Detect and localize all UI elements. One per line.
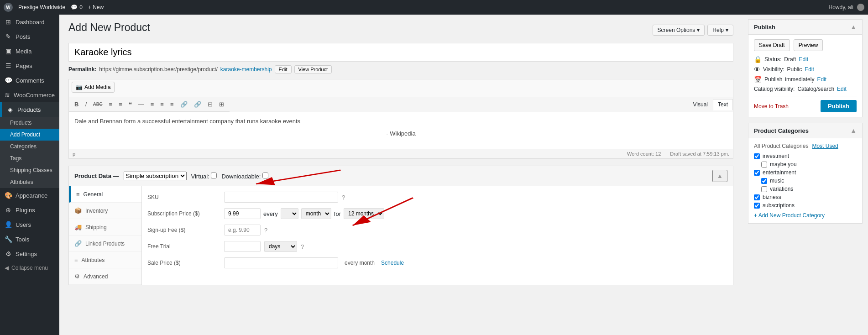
virtual-checkbox[interactable] bbox=[211, 173, 217, 178]
product-tab-advanced[interactable]: ⚙ Advanced bbox=[69, 268, 141, 285]
move-to-trash-link[interactable]: Move to Trash bbox=[754, 103, 789, 110]
save-draft-button[interactable]: Save Draft bbox=[754, 39, 790, 51]
cat-item-investment: investment bbox=[754, 153, 857, 159]
toolbar-ul[interactable]: ≡ bbox=[106, 99, 115, 110]
toolbar-hr[interactable]: — bbox=[136, 99, 147, 110]
tab-text[interactable]: Text bbox=[713, 99, 733, 110]
sidebar-item-settings[interactable]: ⚙ Settings bbox=[0, 246, 59, 261]
toolbar-link[interactable]: 🔗 bbox=[178, 99, 190, 110]
sku-input[interactable] bbox=[224, 192, 338, 203]
new-button[interactable]: + New bbox=[88, 4, 104, 10]
publish-box-header[interactable]: Publish ▲ bbox=[748, 20, 862, 35]
permalink-slug[interactable]: karaoke-membership bbox=[220, 66, 272, 73]
toolbar-bold[interactable]: B bbox=[72, 99, 81, 110]
categories-box-header[interactable]: Product Categories ▲ bbox=[748, 123, 862, 138]
cat-checkbox-music[interactable] bbox=[761, 178, 767, 184]
cat-item-bizness: bizness bbox=[754, 194, 857, 200]
cat-tab-most-used[interactable]: Most Used bbox=[812, 143, 838, 149]
users-icon: 👤 bbox=[5, 221, 12, 228]
add-new-category-link[interactable]: + Add New Product Category bbox=[754, 212, 857, 219]
catalog-edit-link[interactable]: Edit bbox=[837, 86, 847, 92]
toolbar-align-center[interactable]: ≡ bbox=[157, 99, 167, 110]
free-trial-input[interactable] bbox=[224, 241, 261, 252]
sidebar-item-add-product[interactable]: Add Product bbox=[0, 129, 59, 141]
signup-fee-help-icon[interactable]: ? bbox=[264, 227, 267, 234]
permalink-edit-button[interactable]: Edit bbox=[275, 65, 292, 73]
sale-price-schedule-link[interactable]: Schedule bbox=[381, 260, 404, 266]
status-edit-link[interactable]: Edit bbox=[799, 56, 808, 63]
product-tab-inventory[interactable]: 📦 Inventory bbox=[69, 203, 141, 219]
sidebar-item-tools[interactable]: 🔧 Tools bbox=[0, 232, 59, 246]
sidebar-item-plugins[interactable]: ⊕ Plugins bbox=[0, 203, 59, 217]
publish-box: Publish ▲ Save Draft Preview 🔒 Status: D… bbox=[748, 19, 863, 117]
wp-logo[interactable]: W bbox=[4, 3, 13, 12]
cat-tab-all[interactable]: All Product Categories bbox=[754, 143, 808, 149]
visibility-edit-link[interactable]: Edit bbox=[805, 66, 814, 73]
cat-checkbox-bizness[interactable] bbox=[754, 194, 760, 200]
sidebar-item-categories[interactable]: Categories bbox=[0, 141, 59, 152]
toolbar-table[interactable]: ⊞ bbox=[216, 99, 227, 110]
cat-checkbox-subscriptions[interactable] bbox=[754, 203, 760, 209]
sidebar-item-pages[interactable]: ☰ Pages bbox=[0, 58, 59, 73]
cat-checkbox-investment[interactable] bbox=[754, 153, 760, 159]
sidebar-item-comments[interactable]: 💬 Comments bbox=[0, 73, 59, 88]
editor-attribution: - Wikipedia bbox=[74, 130, 727, 137]
toolbar-italic[interactable]: I bbox=[82, 99, 89, 110]
sidebar-item-dashboard[interactable]: ⊞ Dashboard bbox=[0, 15, 59, 29]
subscription-period-select[interactable]: day week month year bbox=[301, 208, 331, 219]
toolbar-abc[interactable]: ABC bbox=[90, 100, 105, 109]
publish-edit-link[interactable]: Edit bbox=[817, 76, 826, 83]
toolbar-insert[interactable]: ⊟ bbox=[205, 99, 215, 110]
screen-options-button[interactable]: Screen Options ▾ bbox=[653, 25, 705, 36]
product-tab-attributes[interactable]: ≡ Attributes bbox=[69, 252, 141, 268]
sidebar-item-shipping-classes[interactable]: Shipping Classes bbox=[0, 164, 59, 176]
free-trial-help-icon[interactable]: ? bbox=[301, 243, 304, 250]
sku-help-icon[interactable]: ? bbox=[342, 194, 345, 201]
subscription-period-num-select[interactable]: 1 2 3 bbox=[281, 208, 298, 219]
sidebar-item-posts[interactable]: ✎ Posts bbox=[0, 29, 59, 44]
sidebar-item-products-list[interactable]: Products bbox=[0, 117, 59, 129]
collapse-menu-button[interactable]: ◀ Collapse menu bbox=[0, 261, 59, 275]
permalink-view-button[interactable]: View Product bbox=[294, 65, 332, 73]
product-data-collapse-button[interactable]: ▲ bbox=[712, 170, 727, 182]
subscription-duration-select[interactable]: 1 month 3 months 6 months 12 months bbox=[344, 208, 384, 219]
sidebar-item-media[interactable]: ▣ Media bbox=[0, 44, 59, 58]
toolbar-blockquote[interactable]: ❝ bbox=[126, 99, 135, 110]
cat-item-maybe-you: maybe you bbox=[754, 161, 857, 168]
subscription-price-controls: every 1 2 3 day week m bbox=[224, 208, 384, 219]
sidebar-item-appearance[interactable]: 🎨 Appearance bbox=[0, 188, 59, 203]
toolbar-align-left[interactable]: ≡ bbox=[148, 99, 157, 110]
sidebar-item-tags[interactable]: Tags bbox=[0, 152, 59, 164]
publish-button[interactable]: Publish bbox=[821, 100, 857, 112]
cat-checkbox-maybe-you[interactable] bbox=[761, 162, 767, 168]
product-type-select[interactable]: Simple subscription bbox=[124, 172, 187, 180]
post-title-input[interactable] bbox=[68, 43, 733, 62]
product-tab-linked-products[interactable]: 🔗 Linked Products bbox=[69, 236, 141, 252]
cat-checkbox-entertainment[interactable] bbox=[754, 170, 760, 176]
toolbar-unlink[interactable]: 🔗 bbox=[191, 99, 204, 110]
product-tab-shipping[interactable]: 🚚 Shipping bbox=[69, 219, 141, 236]
sidebar-item-attributes[interactable]: Attributes bbox=[0, 176, 59, 188]
preview-button[interactable]: Preview bbox=[794, 39, 823, 51]
every-label: every bbox=[263, 210, 278, 217]
subscription-price-input[interactable] bbox=[224, 208, 261, 219]
downloadable-checkbox[interactable] bbox=[262, 173, 268, 178]
sidebar-item-users[interactable]: 👤 Users bbox=[0, 217, 59, 232]
toolbar-ol[interactable]: ≡ bbox=[116, 99, 125, 110]
signup-fee-input[interactable] bbox=[224, 225, 261, 236]
sale-price-input[interactable] bbox=[224, 257, 338, 268]
free-trial-unit-select[interactable]: days weeks months bbox=[264, 241, 297, 252]
product-tab-general[interactable]: ≡ General bbox=[69, 186, 141, 203]
product-data-header-left: Product Data — Simple subscription Virtu… bbox=[74, 172, 268, 180]
sidebar-item-products[interactable]: ◈ Products bbox=[0, 102, 59, 117]
toolbar-align-right[interactable]: ≡ bbox=[167, 99, 177, 110]
site-name[interactable]: Prestige Worldwide bbox=[18, 4, 65, 10]
help-button[interactable]: Help ▾ bbox=[707, 25, 733, 36]
tab-visual[interactable]: Visual bbox=[688, 99, 713, 110]
comment-count[interactable]: 💬 0 bbox=[71, 4, 83, 10]
add-media-button[interactable]: 📷 Add Media bbox=[72, 82, 115, 93]
sidebar-item-woocommerce[interactable]: ≋ WooCommerce bbox=[0, 88, 59, 102]
publish-time-icon: 📅 bbox=[754, 76, 762, 83]
editor-content[interactable]: Dale and Brennan form a successful enter… bbox=[69, 112, 733, 149]
cat-checkbox-variations[interactable] bbox=[761, 186, 767, 192]
